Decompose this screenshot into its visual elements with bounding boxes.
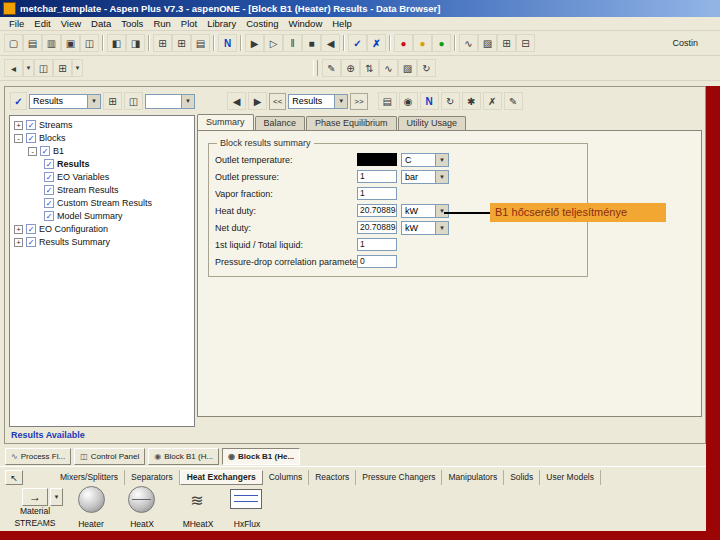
grid-button[interactable]: ⊞ — [172, 34, 191, 52]
outlet-temperature-unit-combobox[interactable]: C ▼ — [401, 153, 449, 167]
expander-icon[interactable]: - — [28, 147, 37, 156]
chevron-down-icon[interactable]: ▼ — [181, 95, 194, 108]
pause-button[interactable]: ‖ — [283, 34, 302, 52]
outlet-pressure-input[interactable]: 1 — [357, 170, 397, 183]
tree-item-blocks[interactable]: - ✓ Blocks — [10, 132, 194, 144]
menu-edit[interactable]: Edit — [29, 18, 55, 29]
back-button[interactable]: ◂ — [4, 59, 23, 77]
check-status-button[interactable]: ✓ — [348, 34, 367, 52]
heatx-model-icon[interactable] — [128, 486, 155, 513]
expander-icon[interactable]: + — [14, 225, 23, 234]
menu-window[interactable]: Window — [283, 18, 327, 29]
hxflux-model-icon[interactable] — [230, 489, 262, 509]
palette-tab-manipulators[interactable]: Manipulators — [442, 470, 504, 485]
window-button-block-b1-input[interactable]: ◉ Block B1 (H... — [148, 448, 219, 465]
chevron-down-icon[interactable]: ▼ — [435, 205, 448, 217]
save-button[interactable]: ▥ — [42, 34, 61, 52]
menu-view[interactable]: View — [56, 18, 86, 29]
select-mode-button[interactable]: ↖ — [5, 470, 23, 485]
net-duty-input[interactable]: 20.7088946 — [357, 221, 397, 234]
tree-item-streams[interactable]: + ✓ Streams — [10, 119, 194, 131]
cascade-windows-button[interactable]: ◫ — [124, 92, 143, 110]
chevron-down-icon[interactable]: ▼ — [435, 171, 448, 183]
material-stream-button[interactable]: → — [22, 488, 48, 506]
reconcile-button[interactable]: ↻ — [441, 92, 460, 110]
palette-tab-columns[interactable]: Columns — [263, 470, 310, 485]
palette-tab-user-models[interactable]: User Models — [540, 470, 601, 485]
view-grid-button[interactable]: ⊞ — [53, 59, 72, 77]
chart-button[interactable]: ▨ — [398, 59, 417, 77]
globe-icon[interactable]: ◉ — [399, 92, 418, 110]
chevron-down-icon[interactable]: ▼ — [87, 95, 100, 108]
completeness-check-icon[interactable]: ✓ — [10, 92, 27, 110]
refresh-button[interactable]: ↻ — [417, 59, 436, 77]
heat-duty-input[interactable]: 20.7088946 — [357, 204, 397, 217]
palette-tab-reactors[interactable]: Reactors — [309, 470, 356, 485]
object-nav-combobox[interactable]: Results ▼ — [288, 94, 348, 109]
tab-phase-equilibrium[interactable]: Phase Equilibrium — [306, 116, 397, 130]
new-button[interactable]: ▢ — [4, 34, 23, 52]
window-button[interactable]: ◫ — [34, 59, 53, 77]
tree-item-custom-stream-results[interactable]: ✓ Custom Stream Results — [10, 197, 194, 209]
tile-windows-button[interactable]: ⊞ — [103, 92, 122, 110]
units-combobox[interactable]: ▼ — [145, 94, 195, 109]
net-duty-unit-combobox[interactable]: kW ▼ — [401, 221, 449, 235]
back-dropdown-icon[interactable]: ▼ — [23, 59, 34, 77]
palette-tab-mixers-splitters[interactable]: Mixers/Splitters — [54, 470, 125, 485]
menu-costing[interactable]: Costing — [241, 18, 283, 29]
input-sheet-button[interactable]: ▤ — [378, 92, 397, 110]
expander-icon[interactable]: - — [14, 134, 23, 143]
menu-library[interactable]: Library — [202, 18, 241, 29]
table-button[interactable]: ⊞ — [497, 34, 516, 52]
prev-form-button[interactable]: ◀ — [227, 92, 246, 110]
browser-section-combobox[interactable]: Results ▼ — [29, 94, 101, 109]
expander-icon[interactable]: + — [14, 121, 23, 130]
tree-item-model-summary[interactable]: ✓ Model Summary — [10, 210, 194, 222]
next-icon[interactable]: N — [420, 92, 439, 110]
print-preview-button[interactable]: ◫ — [80, 34, 99, 52]
zoom-button[interactable]: ⊕ — [341, 59, 360, 77]
window-button-block-b1-results[interactable]: ◉ Block B1 (He... — [222, 448, 300, 465]
tree-item-stream-results[interactable]: ✓ Stream Results — [10, 184, 194, 196]
delete-button[interactable]: ✗ — [483, 92, 502, 110]
status-green-icon[interactable]: ● — [432, 34, 451, 52]
status-yellow-icon[interactable]: ● — [413, 34, 432, 52]
tree-item-eo-configuration[interactable]: + ✓ EO Configuration — [10, 223, 194, 235]
chevron-down-icon[interactable]: ▼ — [334, 95, 347, 108]
menu-tools[interactable]: Tools — [116, 18, 148, 29]
run-button[interactable]: ▶ — [245, 34, 264, 52]
edit-annotation-button[interactable]: ✎ — [322, 59, 341, 77]
next-form-button[interactable]: ▶ — [248, 92, 267, 110]
cancel-run-button[interactable]: ✗ — [367, 34, 386, 52]
palette-tab-solids[interactable]: Solids — [504, 470, 540, 485]
outlet-pressure-unit-combobox[interactable]: bar ▼ — [401, 170, 449, 184]
liquid-ratio-input[interactable]: 1 — [357, 238, 397, 251]
gear-icon[interactable]: ✱ — [462, 92, 481, 110]
view-dropdown-icon[interactable]: ▼ — [72, 59, 83, 77]
tab-balance[interactable]: Balance — [255, 116, 306, 130]
curve-button[interactable]: ∿ — [379, 59, 398, 77]
prev-object-button[interactable]: << — [269, 93, 286, 110]
menu-run[interactable]: Run — [148, 18, 175, 29]
stop-button[interactable]: ■ — [302, 34, 321, 52]
tab-utility-usage[interactable]: Utility Usage — [398, 116, 467, 130]
window-button-process-flowsheet[interactable]: ∿ Process Fl... — [5, 448, 71, 465]
menu-data[interactable]: Data — [86, 18, 116, 29]
summary-table-button[interactable]: ⊟ — [516, 34, 535, 52]
sort-updown-button[interactable]: ⇅ — [360, 59, 379, 77]
sheet-button[interactable]: ▤ — [191, 34, 210, 52]
palette-tab-pressure-changers[interactable]: Pressure Changers — [356, 470, 442, 485]
open-button[interactable]: ▤ — [23, 34, 42, 52]
outlet-temperature-input[interactable] — [357, 153, 397, 166]
palette-tab-heat-exchangers[interactable]: Heat Exchangers — [180, 470, 263, 485]
tree-item-b1[interactable]: - ✓ B1 — [10, 145, 194, 157]
expander-icon[interactable]: + — [14, 238, 23, 247]
data-browser-button[interactable]: ⊞ — [153, 34, 172, 52]
chevron-down-icon[interactable]: ▼ — [435, 222, 448, 234]
menu-file[interactable]: File — [4, 18, 29, 29]
mheatx-model-icon[interactable]: ≋ — [182, 487, 212, 513]
chevron-down-icon[interactable]: ▼ — [435, 154, 448, 166]
reinitialize-button[interactable]: ◀ — [321, 34, 340, 52]
window-button-control-panel[interactable]: ◫ Control Panel — [74, 448, 145, 465]
palette-tab-separators[interactable]: Separators — [125, 470, 180, 485]
